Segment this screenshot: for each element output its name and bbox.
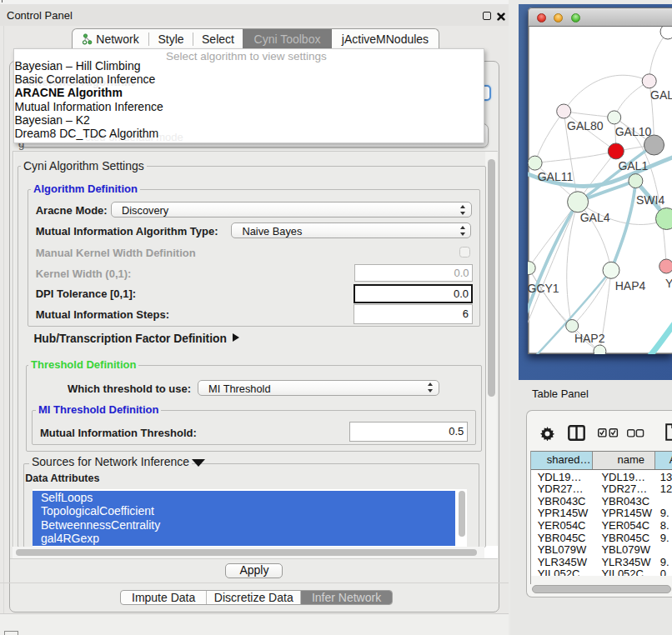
svg-text:HAP2: HAP2	[574, 332, 605, 345]
svg-text:GAL4: GAL4	[580, 211, 610, 224]
svg-text:GAL: GAL	[650, 88, 672, 102]
svg-text:HAP4: HAP4	[615, 279, 646, 292]
svg-text:SWI4: SWI4	[636, 193, 664, 207]
svg-text:GCY1: GCY1	[528, 282, 559, 295]
svg-text:GAL10: GAL10	[615, 125, 652, 138]
svg-text:GAL80: GAL80	[567, 119, 604, 132]
svg-text:GAL1: GAL1	[618, 159, 648, 172]
svg-text:GAL11: GAL11	[538, 170, 574, 183]
svg-text:Y: Y	[665, 277, 672, 290]
